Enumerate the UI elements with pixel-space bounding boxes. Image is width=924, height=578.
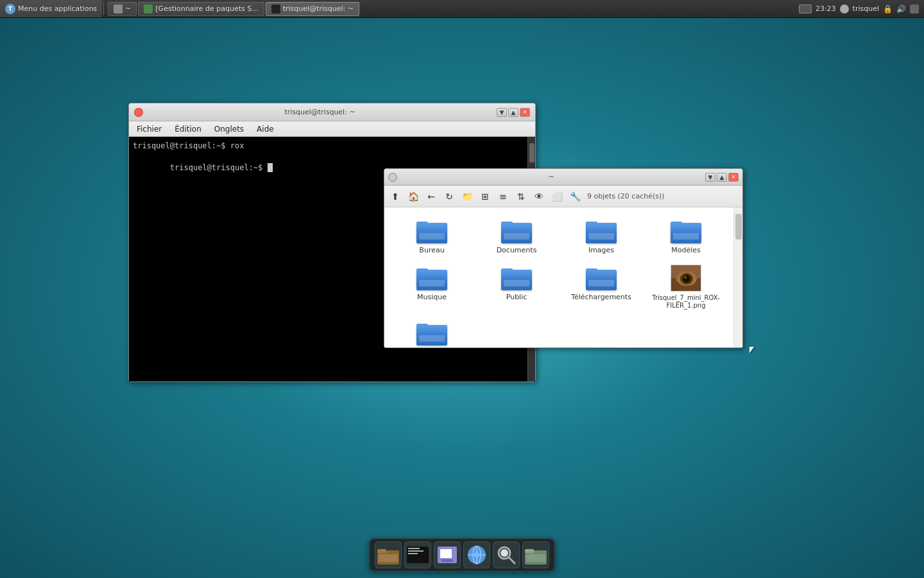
- systray: 23:23 trisquel 🔒 🔊: [794, 0, 924, 17]
- fm-grid: Bureau Documents: [384, 207, 733, 347]
- fm-scroll-up[interactable]: ▲: [717, 173, 727, 182]
- fm-item-musique[interactable]: Musique: [389, 259, 474, 315]
- dock-item-search[interactable]: [493, 541, 520, 568]
- fm-toolbar: ⬆ 🏠 ← ↻ 📁 ⊞ ≡ ⇅ 👁 ⬜ 🔧 9 objets (20 caché…: [384, 186, 742, 207]
- fm-scrollbar[interactable]: [733, 207, 742, 347]
- fm-back-button[interactable]: ←: [423, 188, 440, 205]
- window-scroll-up-button[interactable]: ▲: [508, 108, 518, 117]
- dock-search-icon: [495, 544, 517, 566]
- dock-item-browser[interactable]: [463, 541, 490, 568]
- username: trisquel: [853, 4, 879, 13]
- folder-icon-musique: [416, 265, 447, 290]
- terminal-scroll-thumb[interactable]: [529, 143, 535, 162]
- fm-label-telechargements: Téléchargements: [571, 293, 631, 301]
- fm-apps-button[interactable]: 🔧: [567, 188, 583, 205]
- fm-close-indicator: [388, 173, 397, 182]
- terminal-menubar: Fichier Édition Onglets Aide: [129, 121, 535, 137]
- fm-list-button[interactable]: ≡: [495, 188, 511, 205]
- terminal-cursor: [268, 163, 273, 172]
- lock-icon: 🔒: [883, 4, 893, 13]
- user-icon: [840, 4, 849, 13]
- dock-folder-icon: [377, 545, 399, 565]
- task-terminal-label: trisquel@trisquel: ~: [283, 4, 354, 13]
- eye-svg: [671, 265, 701, 292]
- svg-rect-8: [379, 554, 398, 562]
- fm-status: 9 objets (20 caché(s)): [587, 192, 665, 200]
- fm-home-button[interactable]: 🏠: [405, 188, 422, 205]
- taskbar-task-synaptic[interactable]: [Gestionnaire de paquets S...: [138, 2, 264, 16]
- fm-hidden-button[interactable]: 👁: [531, 188, 547, 205]
- power-icon: [910, 4, 919, 13]
- folder-icon-modeles: [671, 218, 701, 243]
- fm-controls-right: ▼ ▲ ✕: [705, 173, 739, 182]
- fm-label-images: Images: [588, 246, 614, 254]
- fm-thumbnail-button[interactable]: ⊞: [477, 188, 493, 205]
- svg-rect-11: [441, 559, 453, 562]
- volume-icon: 🔊: [896, 4, 906, 13]
- trisquel-logo-icon: T: [5, 4, 15, 14]
- menu-onglets[interactable]: Onglets: [209, 123, 249, 135]
- dock-item-terminal[interactable]: [404, 541, 431, 568]
- dock-folder2-icon: [525, 545, 547, 565]
- menu-edition[interactable]: Édition: [169, 123, 207, 135]
- fm-item-videos[interactable]: Vidéos: [389, 315, 474, 347]
- app-menu-button[interactable]: T Menu des applications: [0, 0, 102, 17]
- terminal-titlebar: trisquel@trisquel: ~ ▼ ▲ ✕: [129, 103, 535, 121]
- svg-point-4: [683, 275, 690, 283]
- fm-label-documents: Documents: [497, 246, 537, 254]
- svg-point-5: [684, 276, 687, 279]
- taskbar-top: T Menu des applications ~ [Gestionnaire …: [0, 0, 924, 18]
- fm-item-telechargements[interactable]: Téléchargements: [559, 259, 644, 315]
- fm-close-button[interactable]: ✕: [728, 173, 739, 182]
- image-file-icon: [671, 265, 701, 292]
- window-scroll-down-button[interactable]: ▼: [497, 108, 507, 117]
- fm-label-bureau: Bureau: [419, 246, 444, 254]
- fm-sort-button[interactable]: ⇅: [513, 188, 529, 205]
- fm-item-documents[interactable]: Documents: [474, 213, 559, 259]
- fm-panel-button[interactable]: ⬜: [549, 188, 565, 205]
- dock-terminal-icon: [407, 547, 429, 563]
- dock-item-folder[interactable]: [522, 541, 549, 568]
- folder-icon-documents: [501, 218, 532, 243]
- dock-item-editor[interactable]: [434, 541, 461, 568]
- fm-label-modeles: Modèles: [671, 246, 701, 254]
- svg-rect-22: [526, 554, 545, 562]
- fm-new-dir-button[interactable]: 📁: [459, 188, 475, 205]
- fm-titlebar: ~ ▼ ▲ ✕: [384, 169, 742, 186]
- fm-item-bureau[interactable]: Bureau: [389, 213, 474, 259]
- window-close-button[interactable]: [134, 108, 143, 117]
- screen-icon: [799, 4, 812, 13]
- fm-scroll-down[interactable]: ▼: [705, 173, 715, 182]
- svg-line-19: [509, 557, 515, 563]
- fm-refresh-button[interactable]: ↻: [441, 188, 458, 205]
- fm-item-images[interactable]: Images: [559, 213, 644, 259]
- fm-item-public[interactable]: Public: [474, 259, 559, 315]
- filemanager-window: ~ ▼ ▲ ✕ ⬆ 🏠 ← ↻ 📁 ⊞ ≡ ⇅ 👁 ⬜ 🔧 9 objets (…: [384, 168, 743, 348]
- dock-browser-icon: [466, 544, 488, 566]
- fm-label-musique: Musique: [417, 293, 447, 301]
- fm-item-modeles[interactable]: Modèles: [644, 213, 728, 259]
- window-controls-right: ▼ ▲ ✕: [497, 108, 530, 117]
- fm-title: ~: [400, 173, 703, 181]
- dock-item-files[interactable]: [375, 541, 402, 568]
- fm-label-image-file: Trisquel_7_mini_ROX-FILER_1.png: [646, 294, 726, 310]
- fm-scroll-thumb[interactable]: [735, 214, 742, 240]
- folder-icon-public: [501, 265, 532, 290]
- window-close-button-right[interactable]: ✕: [520, 108, 530, 117]
- svg-point-18: [501, 549, 508, 557]
- taskbar-task-files[interactable]: ~: [108, 2, 137, 16]
- synaptic-icon: [144, 4, 153, 13]
- fm-up-button[interactable]: ⬆: [387, 188, 404, 205]
- menu-aide[interactable]: Aide: [252, 123, 279, 135]
- folder-icon-images: [586, 218, 617, 243]
- taskbar-tasks: ~ [Gestionnaire de paquets S... trisquel…: [105, 0, 794, 17]
- fm-content: Bureau Documents: [384, 207, 742, 347]
- app-menu-label: Menu des applications: [18, 4, 97, 13]
- taskbar-task-terminal[interactable]: trisquel@trisquel: ~: [266, 2, 359, 16]
- dock-editor-icon: [436, 545, 458, 565]
- fm-item-image-file[interactable]: Trisquel_7_mini_ROX-FILER_1.png: [644, 259, 728, 315]
- svg-point-16: [474, 552, 479, 557]
- menu-fichier[interactable]: Fichier: [132, 123, 167, 135]
- folder-icon-videos: [416, 320, 447, 346]
- files-icon: [114, 4, 123, 13]
